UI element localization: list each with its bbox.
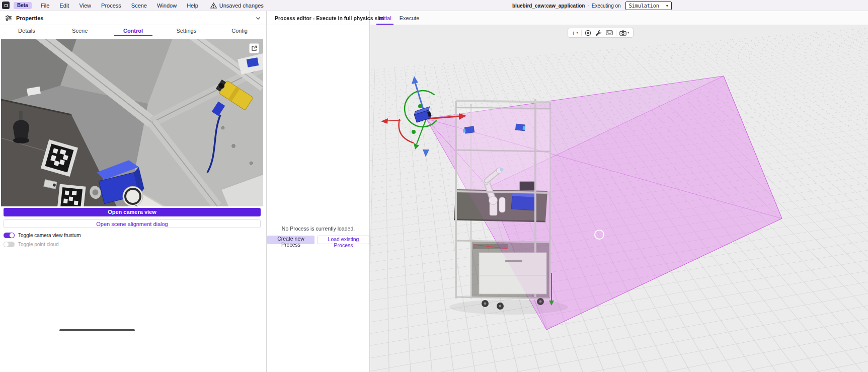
menu-scene[interactable]: Scene: [126, 0, 152, 11]
menubar: Beta File Edit View Process Scene Window…: [0, 0, 868, 11]
tab-execute[interactable]: Execute: [396, 12, 424, 25]
executing-on-label: Executing on: [592, 3, 621, 9]
tab-details[interactable]: Details: [0, 25, 53, 36]
tune-icon: [5, 15, 12, 22]
open-camera-view-button[interactable]: Open camera view: [4, 208, 261, 216]
circle-x-icon: [585, 30, 591, 36]
chevron-down-icon: ▾: [627, 31, 629, 35]
process-editor-panel: Process editor - Execute in full physics…: [267, 11, 370, 372]
collapse-panel-button[interactable]: [255, 15, 261, 21]
camera-frustum-toggle[interactable]: [4, 233, 15, 238]
deselect-button[interactable]: [583, 29, 593, 37]
application-context: bluebird_caw:caw_application: [512, 3, 585, 9]
properties-tabs: Details Scene Control Settings Config: [0, 25, 266, 36]
chevron-down-icon: [255, 15, 261, 21]
environment-select[interactable]: Simulation ▾: [625, 2, 672, 10]
menu-window[interactable]: Window: [152, 0, 182, 11]
panel-title: Properties: [16, 15, 43, 21]
process-editor-header: Process editor - Execute in full physics…: [267, 11, 369, 25]
z-axis-arrow: [412, 76, 418, 84]
camera-preview-render: [1, 39, 263, 206]
properties-panel: Properties Details Scene Control Setting…: [0, 11, 267, 372]
apriltag-marker-2: [57, 184, 86, 206]
menu-view[interactable]: View: [74, 0, 96, 11]
no-process-message: No Process is currently loaded.: [267, 226, 369, 232]
viewport-panel: Initial Execute: [370, 11, 868, 372]
open-in-new-icon: [251, 45, 257, 51]
open-scene-alignment-button[interactable]: Open scene alignment dialog: [4, 219, 261, 228]
camera-icon: [619, 30, 626, 36]
tab-settings[interactable]: Settings: [160, 25, 213, 36]
keyboard-icon: [606, 30, 613, 35]
tab-config[interactable]: Config: [213, 25, 266, 36]
chevron-down-icon: ▾: [666, 4, 668, 8]
process-editor-title: Process editor - Execute in full physics…: [275, 15, 384, 21]
toggle-camera-frustum-row[interactable]: Toggle camera view frustum: [4, 232, 81, 238]
menu-help[interactable]: Help: [182, 0, 203, 11]
tab-control[interactable]: Control: [107, 25, 160, 36]
camera-options-button[interactable]: ▾: [617, 29, 632, 37]
blue-handle-cone: [423, 150, 429, 157]
scene-render: [370, 25, 868, 372]
viewport-tabs: Initial Execute: [370, 11, 868, 25]
load-existing-process-button[interactable]: Load existing Process: [318, 236, 369, 244]
toggle-point-cloud-row: Toggle point cloud: [4, 241, 59, 247]
y-axis-arrow: [414, 143, 419, 150]
tab-scene[interactable]: Scene: [53, 25, 107, 36]
add-object-button[interactable]: + ▾: [570, 29, 580, 37]
viewport-toolbar: + ▾ ▾: [568, 28, 634, 38]
unsaved-changes-status: Unsaved changes: [210, 3, 264, 9]
tools-button[interactable]: [593, 29, 604, 37]
horizontal-scrollbar[interactable]: [0, 328, 266, 332]
warning-icon: [210, 3, 217, 9]
menu-process[interactable]: Process: [96, 0, 126, 11]
menu-edit[interactable]: Edit: [54, 0, 74, 11]
wrench-icon: [595, 30, 602, 36]
keyboard-button[interactable]: [604, 29, 615, 37]
app-logo-icon: [2, 2, 10, 9]
camera-preview-3d[interactable]: [1, 39, 263, 206]
properties-header: Properties: [0, 11, 266, 25]
x-negative-arrow: [381, 118, 388, 124]
scrollbar-thumb[interactable]: [59, 329, 135, 331]
create-new-process-button[interactable]: Create new Process: [267, 236, 314, 244]
viewport-canvas[interactable]: + ▾ ▾: [370, 25, 868, 372]
menu-file[interactable]: File: [36, 0, 55, 11]
beta-badge: Beta: [14, 2, 32, 9]
point-cloud-toggle[interactable]: [4, 242, 15, 247]
chevron-down-icon: ▾: [577, 31, 579, 35]
expand-camera-view-button[interactable]: [249, 43, 259, 53]
